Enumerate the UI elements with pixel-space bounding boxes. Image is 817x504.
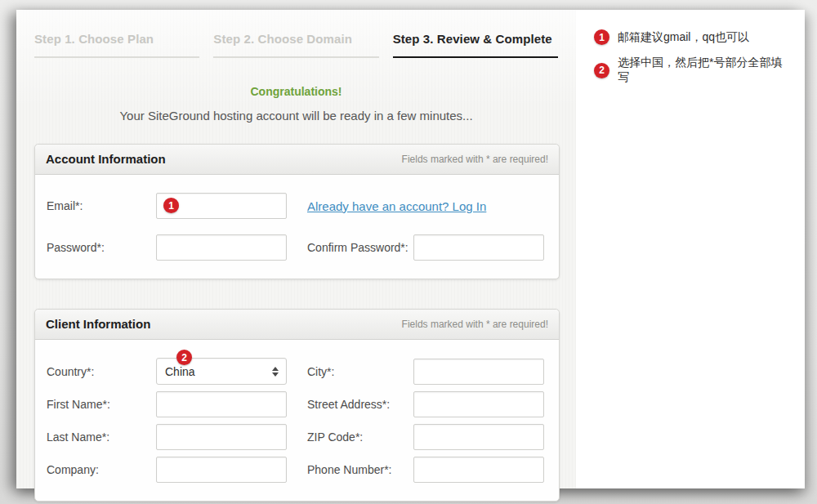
congratulations-subtitle: Your SiteGround hosting account will be … xyxy=(16,109,576,123)
select-stepper-icon xyxy=(272,367,279,377)
first-name-field[interactable] xyxy=(156,391,287,417)
client-required-note: Fields marked with * are required! xyxy=(402,319,548,330)
confirm-password-label: Confirm Password*: xyxy=(287,241,413,254)
annotation-notes: 1 邮箱建议gmail，qq也可以 2 选择中国，然后把*号部分全部填写 xyxy=(576,10,805,488)
signup-form-screenshot: Step 1. Choose Plan Step 2. Choose Domai… xyxy=(16,10,576,488)
email-label: Email*: xyxy=(35,199,156,212)
zip-code-field[interactable] xyxy=(413,424,544,450)
client-information-panel: Client Information Fields marked with * … xyxy=(34,309,560,502)
congratulations-title: Congratulations! xyxy=(16,85,576,98)
account-required-note: Fields marked with * are required! xyxy=(402,154,548,165)
phone-number-label: Phone Number*: xyxy=(287,463,413,476)
note-2-text: 选择中国，然后把*号部分全部填写 xyxy=(618,56,793,85)
note-1-badge: 1 xyxy=(594,29,609,45)
note-1-text: 邮箱建议gmail，qq也可以 xyxy=(618,30,749,45)
city-field[interactable] xyxy=(413,359,544,385)
client-panel-title: Client Information xyxy=(46,317,150,331)
password-field[interactable] xyxy=(156,234,287,261)
client-panel-header: Client Information Fields marked with * … xyxy=(35,310,559,340)
city-label: City*: xyxy=(287,365,413,378)
tab-step3-review-complete[interactable]: Step 3. Review & Complete xyxy=(393,32,558,58)
company-field[interactable] xyxy=(156,457,287,483)
last-name-label: Last Name*: xyxy=(35,430,156,444)
annotation-1-badge: 1 xyxy=(163,198,179,213)
tab-step1-choose-plan[interactable]: Step 1. Choose Plan xyxy=(34,32,199,58)
note-2-badge: 2 xyxy=(594,63,609,78)
country-label: Country*: xyxy=(35,365,156,378)
zip-code-label: ZIP Code*: xyxy=(287,430,413,444)
page-card: Step 1. Choose Plan Step 2. Choose Domai… xyxy=(16,10,805,488)
phone-number-field[interactable] xyxy=(413,457,544,483)
password-label: Password*: xyxy=(35,241,156,254)
note-item-1: 1 邮箱建议gmail，qq也可以 xyxy=(594,29,793,45)
street-address-field[interactable] xyxy=(413,391,544,417)
tab-step2-choose-domain[interactable]: Step 2. Choose Domain xyxy=(213,32,378,58)
note-item-2: 2 选择中国，然后把*号部分全部填写 xyxy=(594,56,793,85)
account-panel-header: Account Information Fields marked with *… xyxy=(35,145,559,175)
first-name-label: First Name*: xyxy=(35,398,156,411)
last-name-field[interactable] xyxy=(156,424,287,450)
confirm-password-field[interactable] xyxy=(413,234,544,261)
country-select[interactable]: China 2 xyxy=(156,358,287,385)
annotation-2-badge: 2 xyxy=(176,350,192,365)
company-label: Company: xyxy=(35,463,156,476)
country-selected-value: China xyxy=(165,365,195,378)
account-panel-title: Account Information xyxy=(46,152,166,166)
account-information-panel: Account Information Fields marked with *… xyxy=(34,144,560,279)
login-link[interactable]: Already have an account? Log In xyxy=(287,199,544,213)
street-address-label: Street Address*: xyxy=(287,398,413,411)
step-tabs: Step 1. Choose Plan Step 2. Choose Domai… xyxy=(16,10,576,58)
